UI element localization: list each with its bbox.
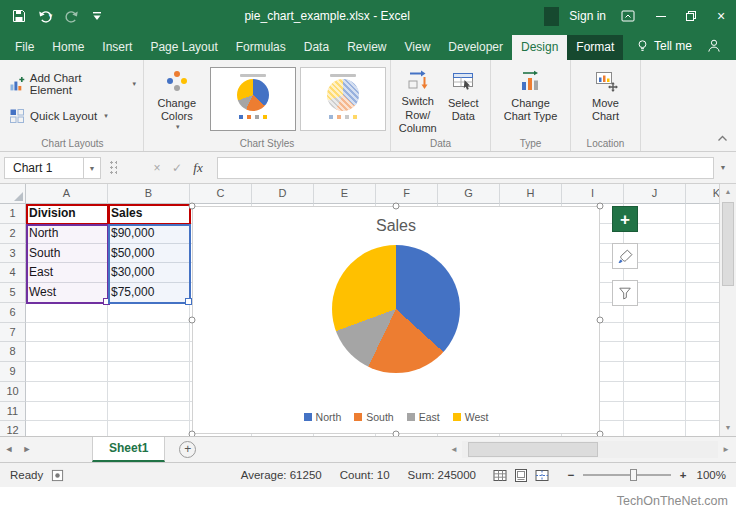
col-header-B[interactable]: B [108, 184, 190, 204]
col-header-J[interactable]: J [624, 184, 686, 204]
cell-K1[interactable] [686, 204, 719, 224]
cell-J11[interactable] [624, 402, 686, 422]
cell-K2[interactable] [686, 224, 719, 244]
cell-B4[interactable]: $30,000 [108, 263, 190, 283]
cell-K11[interactable] [686, 402, 719, 422]
macro-record-button[interactable] [51, 469, 64, 482]
cell-J12[interactable] [624, 421, 686, 436]
cell-A11[interactable] [26, 402, 108, 422]
chart-elements-plus-button[interactable]: + [612, 206, 638, 232]
cell-A5[interactable]: West [26, 283, 108, 303]
chart-selection-handle[interactable] [597, 317, 604, 324]
cell-J9[interactable] [624, 362, 686, 382]
change-chart-type-button[interactable]: Change Chart Type [498, 64, 564, 135]
scroll-left-icon[interactable]: ◄ [446, 445, 462, 454]
new-sheet-button[interactable]: + [179, 441, 196, 458]
cell-B6[interactable] [108, 303, 190, 323]
cell-J7[interactable] [624, 323, 686, 343]
switch-row-column-button[interactable]: Switch Row/ Column [395, 64, 441, 135]
col-header-H[interactable]: H [500, 184, 562, 204]
tab-format[interactable]: Format [567, 35, 623, 60]
share-user-icon[interactable] [706, 38, 722, 54]
zoom-slider-thumb[interactable] [630, 469, 637, 481]
cell-K9[interactable] [686, 362, 719, 382]
cell-A2[interactable]: North [26, 224, 108, 244]
col-header-E[interactable]: E [314, 184, 376, 204]
ribbon-display-options-button[interactable] [620, 8, 636, 24]
insert-function-button[interactable]: fx [187, 160, 209, 176]
tab-page-layout[interactable]: Page Layout [141, 35, 226, 60]
name-box[interactable]: Chart 1 [4, 157, 84, 179]
tab-data[interactable]: Data [295, 35, 338, 60]
cell-A6[interactable] [26, 303, 108, 323]
cell-B7[interactable] [108, 323, 190, 343]
cell-B8[interactable] [108, 342, 190, 362]
row-header-6[interactable]: 6 [0, 303, 26, 323]
cell-B11[interactable] [108, 402, 190, 422]
name-box-caret-icon[interactable]: ▼ [84, 157, 101, 179]
cell-K10[interactable] [686, 382, 719, 402]
cell-J10[interactable] [624, 382, 686, 402]
undo-button[interactable]: ▾ [32, 3, 58, 29]
row-header-12[interactable]: 12 [0, 421, 26, 436]
redo-button[interactable] [58, 3, 84, 29]
cell-A4[interactable]: East [26, 263, 108, 283]
tab-formulas[interactable]: Formulas [227, 35, 295, 60]
zoom-percent[interactable]: 100% [690, 469, 726, 481]
restore-button[interactable] [676, 0, 706, 32]
chart-selection-handle[interactable] [597, 203, 604, 210]
cell-A8[interactable] [26, 342, 108, 362]
vertical-scrollbar-thumb[interactable] [722, 202, 734, 286]
cell-K4[interactable] [686, 263, 719, 283]
cell-A7[interactable] [26, 323, 108, 343]
chart-legend[interactable]: NorthSouthEastWest [193, 411, 599, 423]
tab-file[interactable]: File [6, 35, 43, 60]
sheet-nav-left-icon[interactable]: ◄ [0, 437, 18, 462]
chart-selection-handle[interactable] [189, 203, 196, 210]
chart-object[interactable]: Sales NorthSouthEastWest [192, 206, 600, 434]
row-header-1[interactable]: 1 [0, 204, 26, 224]
zoom-out-button[interactable]: − [564, 469, 578, 481]
tab-view[interactable]: View [396, 35, 440, 60]
chart-selection-handle[interactable] [393, 203, 400, 210]
cell-A3[interactable]: South [26, 244, 108, 264]
cell-A9[interactable] [26, 362, 108, 382]
add-chart-element-button[interactable]: Add Chart Element ▾ [6, 70, 139, 98]
col-header-A[interactable]: A [26, 184, 108, 204]
page-layout-view-button[interactable] [513, 468, 529, 483]
col-header-K[interactable]: K [686, 184, 719, 204]
tab-review[interactable]: Review [338, 35, 395, 60]
cell-A1[interactable]: Division [26, 204, 108, 224]
save-button[interactable] [6, 3, 32, 29]
chart-title[interactable]: Sales [193, 217, 599, 235]
sheet-nav-right-icon[interactable]: ► [18, 437, 36, 462]
page-break-view-button[interactable] [534, 468, 550, 483]
cell-K6[interactable] [686, 303, 719, 323]
zoom-slider-track[interactable] [583, 474, 671, 476]
col-header-I[interactable]: I [562, 184, 624, 204]
sheet-tab-sheet1[interactable]: Sheet1 [92, 437, 165, 462]
chart-style-2-thumbnail[interactable] [300, 67, 386, 131]
cell-B2[interactable]: $90,000 [108, 224, 190, 244]
close-button[interactable]: × [706, 0, 736, 32]
sign-in-button[interactable]: Sign in [569, 9, 606, 23]
chart-style-1-thumbnail[interactable] [210, 67, 296, 131]
row-header-3[interactable]: 3 [0, 244, 26, 264]
chart-filters-button[interactable] [612, 280, 638, 306]
cell-K12[interactable] [686, 421, 719, 436]
row-header-11[interactable]: 11 [0, 402, 26, 422]
cancel-formula-button[interactable]: × [147, 161, 167, 175]
tab-insert[interactable]: Insert [93, 35, 141, 60]
collapse-ribbon-button[interactable] [717, 128, 728, 146]
formula-bar-grip[interactable] [109, 160, 117, 176]
formula-input[interactable] [217, 157, 714, 179]
row-header-4[interactable]: 4 [0, 263, 26, 283]
scroll-down-icon[interactable]: ▼ [720, 420, 736, 436]
cell-B3[interactable]: $50,000 [108, 244, 190, 264]
horizontal-scrollbar-track[interactable] [462, 441, 718, 458]
tab-developer[interactable]: Developer [439, 35, 512, 60]
cell-B9[interactable] [108, 362, 190, 382]
row-header-8[interactable]: 8 [0, 342, 26, 362]
row-header-9[interactable]: 9 [0, 362, 26, 382]
horizontal-scrollbar[interactable]: ◄ ► [446, 441, 734, 458]
